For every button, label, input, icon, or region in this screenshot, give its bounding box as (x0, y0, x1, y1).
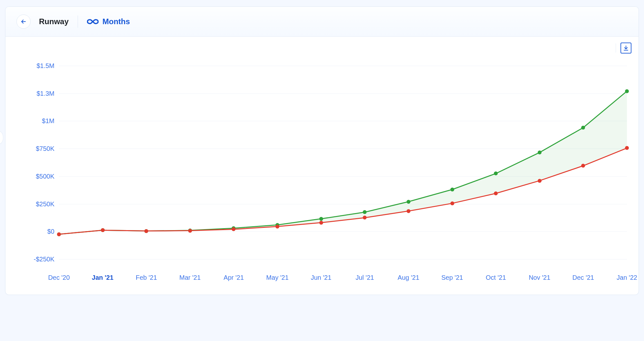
download-button[interactable] (620, 43, 631, 54)
edge-tab[interactable] (0, 130, 3, 145)
y-axis-tick: -$250K (14, 256, 54, 263)
runway-chart: -$250K$0$250K$500K$750K$1M$1.3M$1.5MDec … (14, 53, 630, 285)
y-axis-tick: $1.3M (14, 90, 54, 97)
area-between (59, 91, 627, 234)
infinity-icon (87, 18, 99, 25)
header-divider (78, 15, 78, 28)
metric-label: Months (102, 17, 130, 26)
plot-area (59, 53, 627, 285)
page-title: Runway (39, 17, 69, 26)
card-body: -$250K$0$250K$500K$750K$1M$1.3M$1.5MDec … (5, 37, 639, 295)
y-axis-tick: $250K (14, 200, 54, 208)
y-axis-tick: $500K (14, 172, 54, 180)
y-axis-tick: $750K (14, 145, 54, 152)
y-axis-tick: $1M (14, 117, 54, 125)
toolbar-divider (616, 44, 616, 53)
download-icon (623, 45, 629, 51)
chart-toolbar (616, 43, 631, 54)
back-button[interactable] (16, 15, 31, 29)
runway-card: Runway Months -$250K$0$250K$50 (5, 6, 639, 295)
y-axis-tick: $0 (14, 228, 54, 235)
arrow-left-icon (21, 19, 26, 24)
runway-metric: Months (87, 17, 130, 26)
y-axis-tick: $1.5M (14, 62, 54, 70)
card-header: Runway Months (5, 7, 639, 37)
